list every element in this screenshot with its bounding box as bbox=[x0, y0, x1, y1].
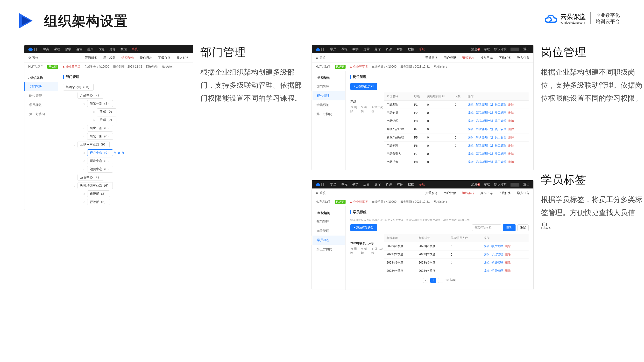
action-link[interactable]: 关联培训计划 bbox=[476, 119, 493, 123]
pager-prev[interactable]: ‹ bbox=[423, 278, 428, 283]
tree-node[interactable]: ○后端（0） bbox=[92, 116, 188, 124]
action-link[interactable]: 关联培训计划 bbox=[476, 136, 493, 139]
action-link[interactable]: 员工管理 bbox=[495, 127, 506, 131]
nav-active[interactable]: 系统 bbox=[132, 47, 138, 51]
action-link[interactable]: 删除 bbox=[508, 127, 514, 131]
tree-node[interactable]: ○行政部（2） bbox=[82, 198, 188, 206]
action-link[interactable]: 编辑 bbox=[468, 160, 474, 164]
logo-mini: ▍▍ bbox=[316, 47, 325, 51]
tree-node[interactable]: ○运营中心（2） bbox=[73, 173, 188, 181]
tree-node[interactable]: ○互联网事业部（9） bbox=[73, 140, 188, 149]
pager-1[interactable]: 1 bbox=[430, 278, 436, 283]
info-bar: HL产品助手 已认证 ▲ 企业尊享版 在线学员：4/10000 服务到期：202… bbox=[24, 63, 193, 71]
tree-node[interactable]: ○前端（0） bbox=[92, 108, 188, 116]
action-link[interactable]: 删除 bbox=[508, 144, 514, 147]
table-row: 产品经理P300编辑关联培训计划员工管理删除 bbox=[384, 117, 528, 125]
sidebar-crumb[interactable]: ‹ 组织架构 bbox=[24, 74, 58, 82]
action-link[interactable]: 编辑 bbox=[468, 152, 474, 155]
action-link[interactable]: 删除 bbox=[508, 111, 514, 114]
tag-table: 标签名称标签描述关联学员人数操作2023年1季度2023年1季度0编辑学员管理删… bbox=[384, 234, 528, 275]
tree-node[interactable]: ○研发三部（0） bbox=[82, 124, 188, 132]
action-link[interactable]: 删除 bbox=[505, 253, 511, 256]
action-link[interactable]: 学员管理 bbox=[492, 253, 503, 256]
add-pos-btn[interactable]: + 添加岗位类别 bbox=[350, 83, 377, 90]
action-link[interactable]: 编辑 bbox=[484, 253, 490, 256]
tree-node[interactable]: ○市场部（3） bbox=[82, 190, 188, 198]
dept-tree: 集团总公司（33）○产品中心（7）○研发一部（1）○前端（0）○后端（0）○研发… bbox=[63, 83, 188, 206]
right-panels: ▍▍ 学员 课程 教学 运营 题库 资源 财务 数据 系统 消息• 帮助 默认分… bbox=[312, 45, 534, 290]
content-grid: ▍▍ 学员 课程 教学 运营 题库 资源 财务 数据 系统 ⚙ 系统 开通服务 … bbox=[0, 30, 644, 304]
action-link[interactable]: 编辑 bbox=[468, 144, 474, 147]
action-link[interactable]: 删除 bbox=[508, 136, 514, 139]
table-row: 2023年3季度2023年3季度0编辑学员管理删除 bbox=[384, 259, 528, 267]
action-link[interactable]: 学员管理 bbox=[492, 269, 503, 273]
delete-icon[interactable]: 🗑 删除 bbox=[350, 105, 358, 113]
tree-actions[interactable]: ✎⧉🗑 bbox=[114, 151, 124, 154]
search-input[interactable]: 搜索标签名称 bbox=[472, 224, 501, 231]
action-link[interactable]: 编辑 bbox=[468, 119, 474, 123]
action-link[interactable]: 员工管理 bbox=[495, 119, 506, 123]
search-btn[interactable]: 查询 bbox=[503, 224, 516, 231]
sidebar-item-dept[interactable]: 部门管理 bbox=[24, 82, 58, 91]
action-link[interactable]: 删除 bbox=[505, 261, 511, 264]
pos-table: 岗位名称职级关联培训计划人数操作产品助理P100编辑关联培训计划员工管理删除产品… bbox=[384, 92, 528, 166]
action-link[interactable]: 编辑 bbox=[468, 111, 474, 114]
triangle-logo bbox=[17, 12, 34, 30]
action-link[interactable]: 员工管理 bbox=[495, 111, 506, 114]
action-link[interactable]: 关联培训计划 bbox=[476, 127, 493, 131]
action-link[interactable]: 员工管理 bbox=[495, 160, 506, 164]
tree-node[interactable]: ○运营中心（0） bbox=[82, 165, 188, 173]
msg-link[interactable]: 消息• bbox=[471, 47, 480, 51]
add-tag-btn[interactable]: + 添加标签分类 bbox=[350, 224, 377, 231]
brand-tagline: 企业数字化 培训云平台 bbox=[596, 12, 620, 25]
right-desc: 岗位管理 根据企业架构创建不同职级岗位，支持多级联动管理。依据岗位权限能设置不同… bbox=[541, 45, 644, 232]
action-link[interactable]: 编辑 bbox=[484, 245, 490, 248]
sub-nav: ⚙ 系统 开通服务 用户权限 组织架构 操作日志 下载任务 导入任务 bbox=[24, 53, 193, 63]
pos-main: 岗位管理 + 添加岗位类别 产品 🗑 删除 ✎ 编辑 ⊕ 添加岗位 bbox=[346, 71, 534, 170]
action-link[interactable]: 关联培训计划 bbox=[476, 111, 493, 114]
gear-icon[interactable]: ⚙ 系统 bbox=[28, 56, 38, 60]
tree-node[interactable]: ○研发中心（2） bbox=[82, 157, 188, 165]
action-link[interactable]: 编辑 bbox=[468, 127, 474, 131]
tree-node[interactable]: 集团总公司（33） bbox=[63, 83, 188, 91]
action-link[interactable]: 删除 bbox=[508, 103, 514, 106]
action-link[interactable]: 员工管理 bbox=[495, 144, 506, 147]
action-link[interactable]: 员工管理 bbox=[495, 103, 506, 106]
sidebar-item-tag[interactable]: 学员标签 bbox=[24, 100, 58, 110]
add-icon[interactable]: ⊕ 添加岗位 bbox=[372, 105, 384, 113]
tree-node[interactable]: ○产品中心（9） ✎⧉🗑 bbox=[82, 149, 188, 157]
action-link[interactable]: 编辑 bbox=[484, 269, 490, 273]
action-link[interactable]: 学员管理 bbox=[492, 261, 503, 264]
sidebar-item-pos[interactable]: 岗位管理 bbox=[24, 91, 58, 100]
tree-node[interactable]: ○研发一部（1） bbox=[82, 99, 188, 108]
gear-icon[interactable]: ⚙ 系统 bbox=[316, 56, 326, 60]
action-link[interactable]: 关联培训计划 bbox=[476, 144, 493, 147]
action-link[interactable]: 编辑 bbox=[468, 136, 474, 139]
action-link[interactable]: 关联培训计划 bbox=[476, 103, 493, 106]
tree-node[interactable]: ○产品中心（7） bbox=[73, 91, 188, 99]
tree-node[interactable]: ○研发二部（0） bbox=[82, 132, 188, 140]
action-link[interactable]: 员工管理 bbox=[495, 136, 506, 139]
action-link[interactable]: 编辑 bbox=[468, 103, 474, 106]
table-row: 2023年1季度2023年1季度0编辑学员管理删除 bbox=[384, 242, 528, 251]
edit-icon[interactable]: ✎ 编辑 bbox=[361, 105, 369, 113]
table-row: 产品助理P100编辑关联培训计划员工管理删除 bbox=[384, 101, 528, 109]
sidebar-item-third[interactable]: 第三方协同 bbox=[24, 110, 58, 119]
action-link[interactable]: 关联培训计划 bbox=[476, 152, 493, 155]
tag-main: 学员标签 学员标签总能可以对标签进行自定义分类管理，可在添加学员上标记多个标签，… bbox=[346, 206, 534, 290]
action-link[interactable]: 删除 bbox=[505, 245, 511, 248]
action-link[interactable]: 编辑 bbox=[484, 261, 490, 264]
table-row: 产品负责人P700编辑关联培训计划员工管理删除 bbox=[384, 150, 528, 158]
action-link[interactable]: 学员管理 bbox=[492, 245, 503, 248]
reset-btn[interactable]: 重置 bbox=[518, 224, 528, 231]
action-link[interactable]: 关联培训计划 bbox=[476, 160, 493, 164]
action-link[interactable]: 删除 bbox=[508, 152, 514, 155]
panel-sidebar: ‹ 组织架构 部门管理 岗位管理 学员标签 第三方协同 bbox=[24, 71, 58, 210]
sub-nav: ⚙ 系统 开通服务 用户权限 组织架构 操作日志 下载任务 导入任务 bbox=[312, 53, 534, 63]
tree-node[interactable]: ○教师培训事业部（6） bbox=[73, 181, 188, 190]
pager-next[interactable]: › bbox=[438, 278, 443, 283]
action-link[interactable]: 员工管理 bbox=[495, 152, 506, 155]
action-link[interactable]: 删除 bbox=[508, 160, 514, 164]
action-link[interactable]: 删除 bbox=[508, 119, 514, 123]
action-link[interactable]: 删除 bbox=[505, 269, 511, 273]
